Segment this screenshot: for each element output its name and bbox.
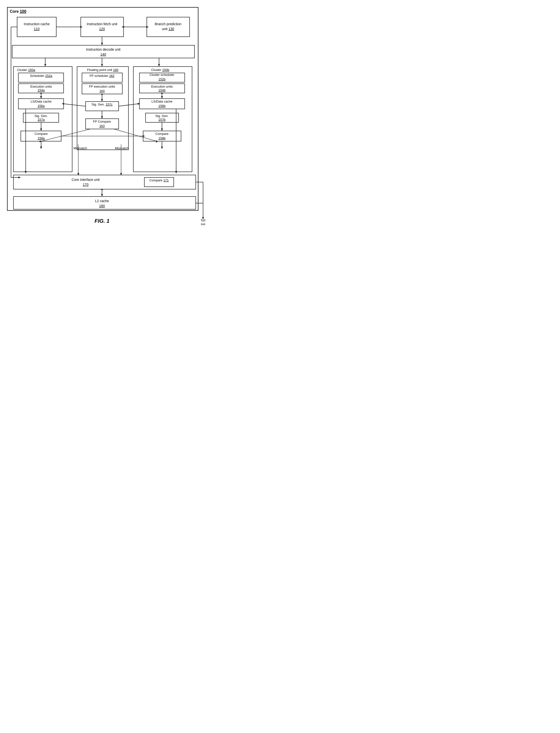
execution-b-label: Execution units <box>151 85 173 88</box>
arrowhead-core-to-l2 <box>101 194 103 196</box>
fp-compare-number: 163 <box>99 124 105 128</box>
arrow-sig-c-to-ls-a <box>64 104 86 106</box>
l2-cache-number: 180 <box>99 204 105 208</box>
arrowhead-cache-left-bottom <box>18 176 21 178</box>
diagram-svg: Core 100 Instruction cache 110 Instructi… <box>5 5 206 225</box>
mismatch-left-label: Mismatch <box>73 146 87 150</box>
core-label: Core 100 <box>10 9 26 13</box>
arrowhead-sig-b-to-compare-b <box>161 128 163 131</box>
arrowhead-decode-to-cluster-b <box>158 64 160 67</box>
arrowhead-fp-exec-to-sig-c <box>101 99 103 102</box>
arrowhead-decode-to-fp <box>101 64 103 67</box>
arrowhead-fp-to-compare-b <box>156 140 158 143</box>
cluster-b-label: Cluster 150b <box>151 68 169 72</box>
fp-unit-box <box>77 67 128 150</box>
system-interface-label: To/from <box>201 219 206 222</box>
compare-171-label: Compare 171 <box>149 178 169 182</box>
l2-cache-label: L2 cache <box>95 199 109 203</box>
scheduler-b-label: Cluster scheduler <box>149 73 174 77</box>
compare-a-label: Compare <box>34 132 47 136</box>
page: Core 100 Instruction cache 110 Instructi… <box>5 5 215 274</box>
arrowhead-cache-to-fetch <box>80 26 83 28</box>
arrowhead-exec-b-to-ls-b <box>161 96 163 99</box>
instruction-cache-number: 110 <box>34 27 40 31</box>
execution-a-number: 154a <box>38 88 45 92</box>
core-interface-number: 170 <box>83 182 89 186</box>
instruction-fetch-label: Instruction fetch unit <box>87 22 117 26</box>
sig-gen-a-number: 157a <box>38 118 45 121</box>
instruction-fetch-number: 120 <box>99 27 105 31</box>
sig-gen-b-label: Sig. Gen. <box>155 114 169 118</box>
arrowhead-compare-a-to-compare-b <box>143 135 145 137</box>
core-interface-label: Core interface unit <box>72 178 100 182</box>
decode-number: 140 <box>100 52 106 56</box>
sig-gen-c-label: Sig. Gen. 157c <box>91 102 113 106</box>
arrowhead-fetch-to-branch <box>146 26 149 28</box>
fp-execution-label: FP execution units <box>89 85 115 88</box>
compare-b-label: Compare <box>155 132 168 136</box>
arrowhead-fetch-down <box>101 43 103 45</box>
fp-execution-number: 164 <box>99 89 105 93</box>
compare-a-number: 158a <box>38 136 45 140</box>
decode-label: Instruction decode unit <box>86 47 121 51</box>
execution-a-label: Execution units <box>30 85 52 88</box>
instruction-cache-label: Instruction cache <box>24 22 50 26</box>
mismatch-right-label: Mismatch <box>115 146 129 150</box>
arrowhead-ls-a-to-core <box>25 171 27 173</box>
execution-b-number: 154b <box>159 88 166 92</box>
arrowhead-ls-b-to-core <box>175 171 177 173</box>
arrowhead-branch-to-fetch <box>122 26 124 28</box>
ls-cache-b-number: 156b <box>159 104 166 108</box>
system-interface-label2: system <box>201 222 206 225</box>
arrowhead-sig-c-to-fp-compare <box>101 116 103 119</box>
arrowhead-compare-b-down <box>161 147 163 149</box>
arrowhead-exec-a-to-ls-a <box>40 96 42 99</box>
branch-prediction-label: Branch prediction <box>155 22 182 26</box>
core-interface-box <box>13 175 196 189</box>
cluster-a-label: Cluster 150a <box>17 68 35 72</box>
ls-cache-a-label: LS/Data cache <box>31 100 51 103</box>
compare-b-number: 158b <box>159 136 166 140</box>
fp-label: Floating point unit 160 <box>87 68 118 72</box>
branch-prediction-label2: unit 130 <box>162 27 174 31</box>
ls-cache-b-label: LS/Data cache <box>151 100 172 103</box>
arrowhead-sig-c-to-ls-a <box>62 103 64 105</box>
sig-gen-a-label: Sig. Gen. <box>34 114 48 118</box>
sig-gen-b-number: 157b <box>159 118 166 121</box>
ls-cache-a-number: 156a <box>38 104 45 108</box>
arrowhead-sig-a-to-compare-a <box>40 128 42 131</box>
scheduler-b-number: 152b <box>159 77 166 81</box>
fp-compare-label: FP Compare <box>93 120 111 123</box>
fig-label: FIG. 1 <box>94 218 109 224</box>
arrowhead-sig-c-to-ls-b <box>138 103 140 105</box>
fp-scheduler-label: FP scheduler 162 <box>90 74 114 78</box>
arrowhead-decode-to-cluster-a <box>44 64 46 67</box>
arrowhead-compare-a-down <box>40 147 42 149</box>
scheduler-a-label: Scheduler 152a <box>30 74 52 78</box>
